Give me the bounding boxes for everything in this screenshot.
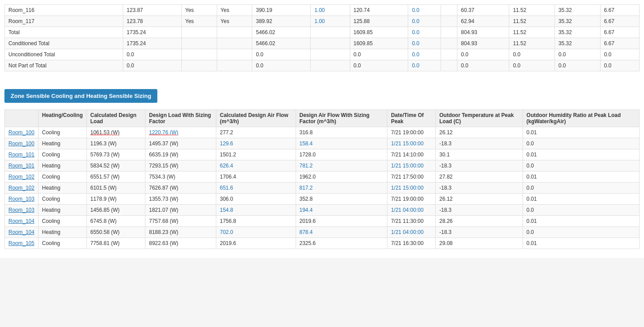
heating-cooling-type: Heating xyxy=(38,227,86,238)
room-name[interactable]: Room_102 xyxy=(5,183,39,194)
top-table-cell: 389.92 xyxy=(252,16,311,27)
column-header xyxy=(5,110,39,127)
design-load-sizing-factor: 7293.15 (W) xyxy=(145,160,216,171)
design-load-sizing-factor: 1355.73 (W) xyxy=(145,194,216,205)
calculated-design-load: 6550.58 (W) xyxy=(86,227,145,238)
calculated-design-load: 1178.9 (W) xyxy=(86,194,145,205)
calculated-design-load: 1061.53 (W) xyxy=(86,127,145,138)
humidity-ratio: 0.0 xyxy=(523,160,639,171)
calculated-design-air-flow: 277.2 xyxy=(216,127,296,138)
calculated-design-load: 1456.85 (W) xyxy=(86,205,145,216)
humidity-ratio: 0.01 xyxy=(523,171,639,183)
top-table-cell: 804.93 xyxy=(457,27,509,38)
top-table-cell: 35.32 xyxy=(555,16,601,27)
top-table-cell: 0.0 xyxy=(600,60,639,71)
room-name[interactable]: Room_104 xyxy=(5,216,39,227)
datetime-of-peak: 1/21 04:00:00 xyxy=(387,205,436,216)
calculated-design-air-flow: 306.0 xyxy=(216,194,296,205)
top-table-cell: 0.0 xyxy=(408,5,441,16)
room-name[interactable]: Room_103 xyxy=(5,194,39,205)
heating-cooling-type: Cooling xyxy=(38,216,86,227)
column-header: Design Air Flow With Sizing Factor (m^3/… xyxy=(296,110,387,127)
top-table-cell: 390.19 xyxy=(252,5,311,16)
outdoor-temperature: 27.82 xyxy=(436,171,523,183)
top-table-cell: 11.52 xyxy=(509,5,555,16)
section-title: Zone Sensible Cooling and Heating Sensib… xyxy=(11,93,151,99)
room-name[interactable]: Room_102 xyxy=(5,171,39,183)
datetime-of-peak: 1/21 15:00:00 xyxy=(387,183,436,194)
datetime-of-peak: 7/21 19:00:00 xyxy=(387,127,436,138)
humidity-ratio: 0.0 xyxy=(523,205,639,216)
page-wrapper: Room_116123.87YesYes390.191.00120.740.06… xyxy=(0,0,644,258)
top-table-cell: 0.0 xyxy=(408,60,441,71)
top-table-cell: 0.0 xyxy=(408,49,441,60)
top-table-cell: 0.0 xyxy=(555,60,601,71)
calculated-design-air-flow: 626.4 xyxy=(216,160,296,171)
datetime-of-peak: 1/21 15:00:00 xyxy=(387,160,436,171)
calculated-design-load: 6101.5 (W) xyxy=(86,183,145,194)
heating-cooling-type: Heating xyxy=(38,160,86,171)
top-table-cell xyxy=(311,49,350,60)
top-table-cell: Yes xyxy=(181,5,217,16)
design-air-flow-sizing-factor: 878.4 xyxy=(296,227,387,238)
calculated-design-air-flow: 1501.2 xyxy=(216,149,296,160)
top-table-cell: Yes xyxy=(181,16,217,27)
calculated-design-air-flow: 651.6 xyxy=(216,183,296,194)
top-table-cell: 1609.85 xyxy=(350,38,408,49)
datetime-of-peak: 7/21 11:30:00 xyxy=(387,216,436,227)
top-table-cell: 804.93 xyxy=(457,38,509,49)
top-table-cell xyxy=(441,5,457,16)
column-header: Outdoor Humidity Ratio at Peak Load (kgW… xyxy=(523,110,639,127)
humidity-ratio: 0.01 xyxy=(523,127,639,138)
room-name[interactable]: Room_101 xyxy=(5,149,39,160)
calculated-design-load: 5834.52 (W) xyxy=(86,160,145,171)
room-name[interactable]: Room_104 xyxy=(5,227,39,238)
top-table-cell: 1609.85 xyxy=(350,27,408,38)
top-table-cell: 0.0 xyxy=(457,60,509,71)
top-table-cell: 0.0 xyxy=(408,27,441,38)
room-name[interactable]: Room_103 xyxy=(5,205,39,216)
outdoor-temperature: -18.3 xyxy=(436,227,523,238)
column-header: Design Load With Sizing Factor xyxy=(145,110,216,127)
design-air-flow-sizing-factor: 316.8 xyxy=(296,127,387,138)
humidity-ratio: 0.01 xyxy=(523,149,639,160)
room-name[interactable]: Room_100 xyxy=(5,138,39,149)
top-table-cell: 6.67 xyxy=(600,38,639,49)
heating-cooling-type: Cooling xyxy=(38,171,86,183)
top-table-cell: Room_116 xyxy=(5,5,123,16)
top-table-cell: Conditioned Total xyxy=(5,38,123,49)
bottom-table: Heating/CoolingCalculated Design LoadDes… xyxy=(4,109,640,249)
design-air-flow-sizing-factor: 817.2 xyxy=(296,183,387,194)
top-table-cell xyxy=(441,60,457,71)
top-table-cell xyxy=(441,16,457,27)
room-name[interactable]: Room_105 xyxy=(5,238,39,249)
calculated-design-air-flow: 1756.8 xyxy=(216,216,296,227)
top-table-cell xyxy=(217,27,252,38)
top-table-cell: Room_117 xyxy=(5,16,123,27)
outdoor-temperature: 26.12 xyxy=(436,194,523,205)
top-table-cell: 62.94 xyxy=(457,16,509,27)
room-name[interactable]: Room_100 xyxy=(5,127,39,138)
design-load-sizing-factor: 1495.37 (W) xyxy=(145,138,216,149)
heating-cooling-type: Cooling xyxy=(38,127,86,138)
datetime-of-peak: 7/21 16:30:00 xyxy=(387,238,436,249)
design-load-sizing-factor: 8922.63 (W) xyxy=(145,238,216,249)
top-table-cell: 0.0 xyxy=(123,49,181,60)
outdoor-temperature: 30.1 xyxy=(436,149,523,160)
top-table-cell: 11.52 xyxy=(509,38,555,49)
room-name[interactable]: Room_101 xyxy=(5,160,39,171)
top-table-cell: 11.52 xyxy=(509,27,555,38)
calculated-design-load: 6551.57 (W) xyxy=(86,171,145,183)
design-air-flow-sizing-factor: 352.8 xyxy=(296,194,387,205)
top-table-cell: Yes xyxy=(217,16,252,27)
top-table-cell: 0.0 xyxy=(123,60,181,71)
top-table-cell xyxy=(311,27,350,38)
top-table-cell xyxy=(441,49,457,60)
top-table-cell: 6.67 xyxy=(600,27,639,38)
column-header: Date/Time Of Peak xyxy=(387,110,436,127)
datetime-of-peak: 7/21 19:00:00 xyxy=(387,194,436,205)
top-table-cell: 0.0 xyxy=(408,38,441,49)
top-table-cell: 11.52 xyxy=(509,16,555,27)
top-table-cell: 1.00 xyxy=(311,16,350,27)
design-air-flow-sizing-factor: 2325.6 xyxy=(296,238,387,249)
